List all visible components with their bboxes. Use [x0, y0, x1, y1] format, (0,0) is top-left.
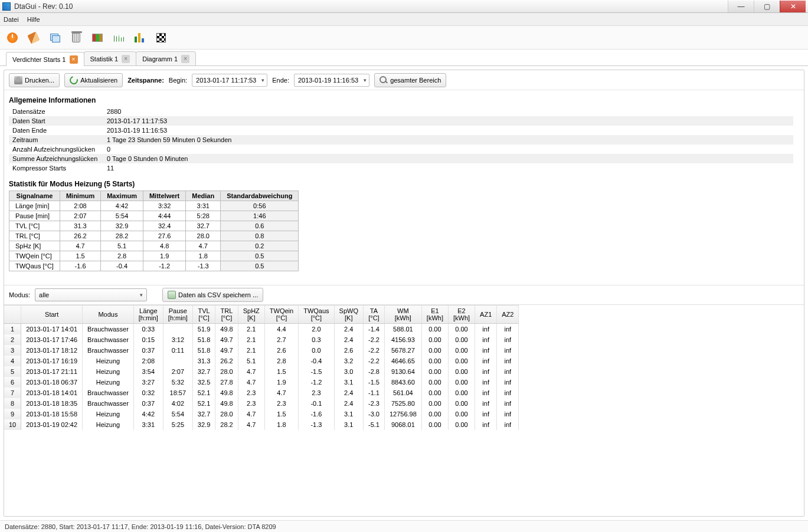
flag-icon[interactable] — [153, 30, 169, 45]
tab-2[interactable]: Diagramm 1× — [136, 51, 196, 65]
data-cell: 2013-01-18 14:01 — [21, 387, 83, 398]
app-icon — [2, 2, 11, 11]
close-icon[interactable]: × — [122, 55, 130, 63]
content-frame: Drucken... Aktualisieren Zeitspanne: Beg… — [4, 70, 804, 517]
table-row[interactable]: 32013-01-17 18:12Brauchwasser0:370:1151.… — [4, 345, 519, 356]
data-col[interactable]: E2[kWh] — [448, 306, 475, 324]
edit-icon[interactable] — [26, 30, 41, 45]
data-cell: 561.04 — [384, 387, 421, 398]
data-cell: 8843.60 — [384, 377, 421, 387]
data-cell: 4646.65 — [384, 356, 421, 366]
data-cell: 2:08 — [133, 356, 163, 366]
data-cell: 52.1 — [192, 398, 215, 409]
table-row[interactable]: 102013-01-19 02:42Heizung3:315:2532.928.… — [4, 419, 519, 430]
stats-col: Maximum — [101, 191, 143, 201]
table-row[interactable]: 92013-01-18 15:58Heizung4:425:5432.728.0… — [4, 409, 519, 419]
stats-cell: 0.5 — [221, 261, 299, 271]
data-cell: -2.2 — [363, 356, 384, 366]
data-col[interactable] — [4, 306, 21, 324]
mode-value: alle — [39, 291, 49, 298]
tab-label: Diagramm 1 — [142, 55, 178, 63]
begin-datetime-picker[interactable]: 2013-01-17 11:17:53 — [192, 74, 267, 87]
data-cell: 0:11 — [163, 345, 192, 356]
end-datetime-picker[interactable]: 2013-01-19 11:16:53 — [294, 74, 369, 87]
data-col[interactable]: E1[kWh] — [421, 306, 448, 324]
data-col[interactable]: SpWQ[K] — [334, 306, 363, 324]
data-cell: 10 — [4, 419, 21, 430]
data-cell: Heizung — [83, 356, 134, 366]
begin-value: 2013-01-17 11:17:53 — [196, 77, 256, 84]
timespan-label: Zeitspanne: — [127, 77, 164, 84]
tab-label: Statistik 1 — [90, 55, 119, 63]
table-row[interactable]: 12013-01-17 14:01Brauchwasser0:3351.949.… — [4, 324, 519, 335]
data-cell: 2.8 — [264, 356, 298, 366]
full-range-button[interactable]: gesamter Bereich — [374, 73, 446, 87]
data-cell: 0.00 — [448, 366, 475, 377]
stats-cell: 32.7 — [186, 221, 221, 231]
data-col[interactable]: SpHZ[K] — [238, 306, 264, 324]
data-col[interactable]: AZ1 — [475, 306, 497, 324]
print-button[interactable]: Drucken... — [9, 73, 60, 87]
info-key: Datensätze — [9, 107, 103, 116]
close-icon[interactable]: × — [181, 55, 189, 63]
data-table-wrap[interactable]: StartModusLänge[h:min]Pause[h:min]TVL[°C… — [4, 305, 804, 516]
stats-table: SignalnameMinimumMaximumMittelwertMedian… — [9, 191, 299, 271]
windows-icon[interactable] — [47, 30, 63, 45]
wave-icon[interactable] — [111, 30, 126, 45]
data-col[interactable]: Modus — [83, 306, 134, 324]
table-row[interactable]: 22013-01-17 17:46Brauchwasser0:153:1251.… — [4, 334, 519, 345]
stats-cell: TRL [°C] — [9, 231, 60, 241]
palette-icon[interactable] — [90, 30, 105, 45]
csv-export-button[interactable]: Daten als CSV speichern ... — [162, 288, 263, 302]
close-button[interactable]: ✕ — [780, 1, 806, 12]
tab-0[interactable]: Verdichter Starts 1× — [6, 52, 84, 66]
data-cell: -2.2 — [363, 345, 384, 356]
table-row[interactable]: 82013-01-18 18:35Brauchwasser0:374:0252.… — [4, 398, 519, 409]
close-icon[interactable]: × — [70, 55, 78, 64]
stats-cell: 32.4 — [143, 221, 185, 231]
data-col[interactable]: TRL[°C] — [215, 306, 238, 324]
trash-icon[interactable] — [68, 30, 84, 45]
data-cell: 9130.64 — [384, 366, 421, 377]
upper-panel: Allgemeine Informationen Datensätze2880D… — [4, 90, 804, 285]
menu-help[interactable]: Hilfe — [27, 16, 40, 23]
data-cell: Brauchwasser — [83, 334, 134, 345]
data-cell: inf — [475, 419, 497, 430]
menu-file[interactable]: Datei — [4, 16, 19, 23]
data-cell: 0.00 — [448, 409, 475, 419]
chart-icon[interactable] — [132, 30, 148, 45]
stats-cell: Länge [min] — [9, 201, 60, 211]
data-col[interactable]: AZ2 — [497, 306, 519, 324]
data-col[interactable]: TVL[°C] — [192, 306, 215, 324]
data-cell: 2.7 — [264, 334, 298, 345]
stats-cell: 4:44 — [143, 211, 185, 221]
table-row[interactable]: 72013-01-18 14:01Brauchwasser0:3218:5752… — [4, 387, 519, 398]
data-cell: 1.5 — [264, 409, 298, 419]
power-icon[interactable] — [5, 30, 20, 45]
maximize-button[interactable]: ▢ — [754, 1, 780, 12]
tab-1[interactable]: Statistik 1× — [84, 51, 137, 65]
data-col[interactable]: Länge[h:min] — [133, 306, 163, 324]
data-cell: 3:12 — [163, 334, 192, 345]
data-col[interactable]: WM[kWh] — [384, 306, 421, 324]
mode-combo[interactable]: alle — [35, 288, 147, 301]
table-row[interactable]: 42013-01-17 16:19Heizung2:0831.326.25.12… — [4, 356, 519, 366]
data-cell: -1.6 — [299, 409, 334, 419]
data-cell: 51.9 — [192, 324, 215, 335]
refresh-button[interactable]: Aktualisieren — [64, 73, 123, 87]
table-row[interactable]: 52013-01-17 21:11Heizung3:542:0732.728.0… — [4, 366, 519, 377]
data-cell: Heizung — [83, 419, 134, 430]
data-col[interactable]: TWQein[°C] — [264, 306, 298, 324]
toolbar — [0, 26, 808, 50]
data-col[interactable]: Start — [21, 306, 83, 324]
stats-col: Mittelwert — [143, 191, 185, 201]
data-col[interactable]: TA[°C] — [363, 306, 384, 324]
stats-cell: 28.0 — [186, 231, 221, 241]
table-row[interactable]: 62013-01-18 06:37Heizung3:275:3232.527.8… — [4, 377, 519, 387]
data-cell: 18:57 — [163, 387, 192, 398]
refresh-icon — [68, 74, 80, 86]
data-col[interactable]: Pause[h:min] — [163, 306, 192, 324]
search-icon — [380, 76, 388, 84]
data-col[interactable]: TWQaus[°C] — [299, 306, 334, 324]
minimize-button[interactable]: — — [728, 1, 754, 12]
